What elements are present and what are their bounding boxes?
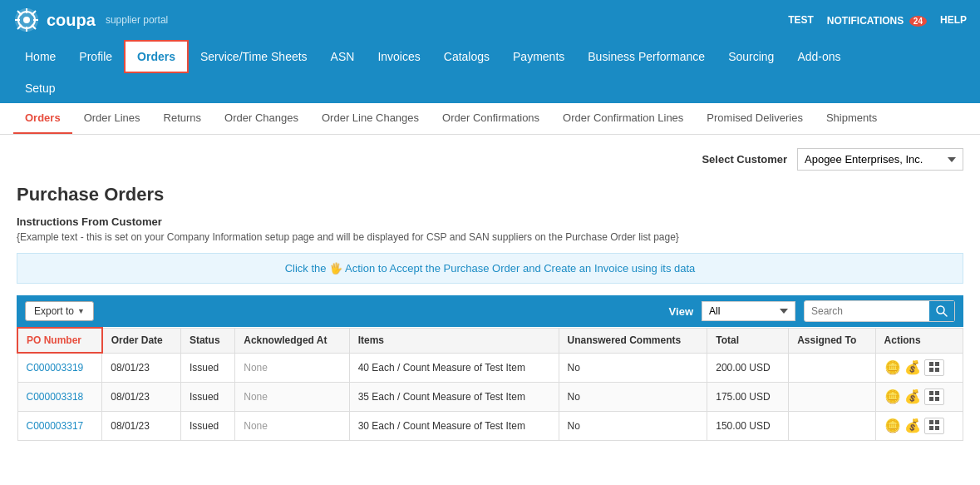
nav-item-catalogs[interactable]: Catalogs xyxy=(432,42,501,72)
po-number-link[interactable]: C000003317 xyxy=(27,420,84,432)
cell-items: 30 Each / Count Measure of Test Item xyxy=(349,411,559,440)
export-label: Export to xyxy=(34,305,74,317)
tab-order-confirmations[interactable]: Order Confirmations xyxy=(431,103,551,134)
col-total[interactable]: Total xyxy=(707,328,789,353)
cell-status: Issued xyxy=(180,411,234,440)
svg-rect-13 xyxy=(929,362,933,366)
cell-po-number: C000003318 xyxy=(17,382,102,411)
nav-item-add-ons[interactable]: Add-ons xyxy=(785,42,852,72)
search-input[interactable] xyxy=(805,302,929,320)
nav-item-setup[interactable]: Setup xyxy=(13,73,67,103)
cell-total: 150.00 USD xyxy=(707,411,789,440)
search-wrapper xyxy=(804,300,955,322)
content-area: Select Customer Apogee Enterprises, Inc.… xyxy=(0,135,980,454)
notifications-button[interactable]: NOTIFICATIONS 24 xyxy=(827,14,927,27)
cell-actions: 🪙 💰 xyxy=(875,382,963,411)
col-items[interactable]: Items xyxy=(349,328,559,353)
svg-rect-18 xyxy=(935,391,939,395)
nav-item-orders[interactable]: Orders xyxy=(124,40,189,73)
cell-order-date: 08/01/23 xyxy=(102,382,181,411)
cell-actions: 🪙 💰 xyxy=(875,411,963,440)
svg-rect-22 xyxy=(935,420,939,424)
logo-text: coupa xyxy=(47,11,96,30)
tab-order-line-changes[interactable]: Order Line Changes xyxy=(310,103,431,134)
action-menu-button[interactable] xyxy=(924,388,944,405)
nav-item-invoices[interactable]: Invoices xyxy=(366,42,431,72)
export-caret-icon: ▼ xyxy=(77,307,85,315)
tab-shipments[interactable]: Shipments xyxy=(815,103,889,134)
test-menu[interactable]: TEST xyxy=(788,14,814,26)
cell-acknowledged-at: None xyxy=(235,411,349,440)
cell-order-date: 08/01/23 xyxy=(102,353,181,382)
po-number-link[interactable]: C000003318 xyxy=(27,391,84,403)
export-to-button[interactable]: Export to ▼ xyxy=(25,301,94,321)
accept-invoice-icon[interactable]: 🪙 xyxy=(884,359,901,375)
col-assigned-to[interactable]: Assigned To xyxy=(789,328,875,353)
tab-order-changes[interactable]: Order Changes xyxy=(213,103,310,134)
coin-stack-icon[interactable]: 💰 xyxy=(904,388,921,404)
nav-item-home[interactable]: Home xyxy=(13,42,67,72)
cell-unanswered-comments: No xyxy=(559,382,707,411)
cell-items: 35 Each / Count Measure of Test Item xyxy=(349,382,559,411)
customer-select-dropdown[interactable]: Apogee Enterprises, Inc. xyxy=(797,148,963,171)
instructions-title: Instructions From Customer xyxy=(17,215,963,228)
grid-icon xyxy=(929,391,939,401)
tab-promised-deliveries[interactable]: Promised Deliveries xyxy=(695,103,815,134)
action-menu-button[interactable] xyxy=(924,418,944,434)
coin-stack-icon[interactable]: 💰 xyxy=(904,359,921,375)
cell-unanswered-comments: No xyxy=(559,411,707,440)
svg-rect-17 xyxy=(929,391,933,395)
svg-rect-20 xyxy=(935,397,939,401)
col-actions: Actions xyxy=(875,328,963,353)
accept-invoice-icon[interactable]: 🪙 xyxy=(884,418,901,433)
svg-line-12 xyxy=(943,313,947,316)
nav-item-profile[interactable]: Profile xyxy=(67,42,124,72)
nav-bar: Home Profile Orders Service/Time Sheets … xyxy=(0,40,980,103)
table-row: C000003317 08/01/23 Issued None 30 Each … xyxy=(17,411,963,440)
col-order-date[interactable]: Order Date xyxy=(102,328,181,353)
nav-item-business-performance[interactable]: Business Performance xyxy=(576,42,717,72)
svg-rect-21 xyxy=(929,420,933,424)
tab-order-confirmation-lines[interactable]: Order Confirmation Lines xyxy=(551,103,695,134)
table-toolbar: Export to ▼ View All Issued Acknowledged… xyxy=(17,295,963,327)
cell-acknowledged-at: None xyxy=(235,382,349,411)
table-row: C000003319 08/01/23 Issued None 40 Each … xyxy=(17,353,963,382)
cell-assigned-to xyxy=(789,411,875,440)
nav-item-service-time-sheets[interactable]: Service/Time Sheets xyxy=(189,42,319,72)
orders-table: PO Number Order Date Status Acknowledged… xyxy=(17,327,963,441)
search-icon xyxy=(936,305,948,317)
svg-rect-16 xyxy=(935,368,939,372)
table-header-row: PO Number Order Date Status Acknowledged… xyxy=(17,328,963,353)
nav-item-sourcing[interactable]: Sourcing xyxy=(717,42,785,72)
cell-po-number: C000003317 xyxy=(17,411,102,440)
cell-actions: 🪙 💰 xyxy=(875,353,963,382)
coupa-logo-icon xyxy=(13,7,40,33)
grid-icon xyxy=(929,420,939,430)
tab-order-lines[interactable]: Order Lines xyxy=(72,103,152,134)
col-acknowledged-at[interactable]: Acknowledged At xyxy=(235,328,349,353)
view-select-dropdown[interactable]: All Issued Acknowledged Cancelled xyxy=(702,301,795,321)
accept-invoice-icon[interactable]: 🪙 xyxy=(884,388,901,404)
col-unanswered-comments[interactable]: Unanswered Comments xyxy=(559,328,707,353)
help-menu[interactable]: HELP xyxy=(940,14,967,26)
tab-returns[interactable]: Returns xyxy=(152,103,214,134)
nav-item-asn[interactable]: ASN xyxy=(319,42,367,72)
cell-acknowledged-at: None xyxy=(235,353,349,382)
sub-nav: Orders Order Lines Returns Order Changes… xyxy=(0,103,980,135)
nav-item-payments[interactable]: Payments xyxy=(501,42,576,72)
svg-rect-19 xyxy=(929,397,933,401)
action-menu-button[interactable] xyxy=(924,359,944,376)
tab-orders[interactable]: Orders xyxy=(13,103,72,134)
coin-stack-icon[interactable]: 💰 xyxy=(904,418,921,433)
col-status[interactable]: Status xyxy=(180,328,234,353)
logo-sub-text: supplier portal xyxy=(106,14,168,26)
search-button[interactable] xyxy=(929,301,954,321)
cell-total: 200.00 USD xyxy=(707,353,789,382)
page-title: Purchase Orders xyxy=(17,184,963,205)
po-number-link[interactable]: C000003319 xyxy=(27,362,84,374)
instructions-text: {Example text - this is set on your Comp… xyxy=(17,231,963,243)
notifications-label: NOTIFICATIONS xyxy=(827,15,904,27)
customer-select-label: Select Customer xyxy=(702,153,787,166)
col-po-number[interactable]: PO Number xyxy=(17,328,102,353)
svg-rect-15 xyxy=(929,368,933,372)
